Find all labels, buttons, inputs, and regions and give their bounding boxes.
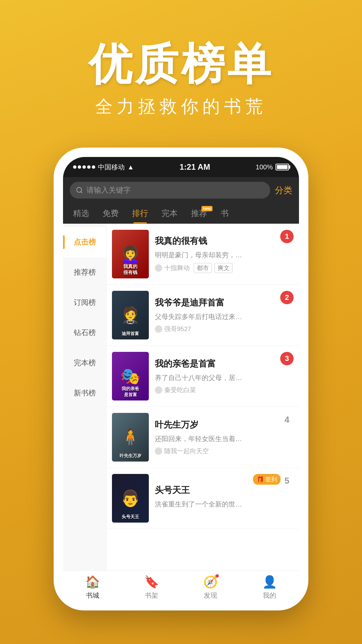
sidebar-item-diamond-rank[interactable]: 钻石榜 (63, 318, 106, 348)
tab-tuijian[interactable]: 推荐 new (184, 203, 214, 223)
signal-dot-2 (78, 165, 81, 169)
rank-badge-2: 2 (280, 291, 294, 304)
book-info-5: 头号天王 洪雀重生到了一个全新的世… (155, 484, 294, 512)
tag-dushi: 都市 (194, 263, 212, 273)
tab-shu[interactable]: 书 (214, 203, 235, 223)
sidebar-item-new-rank[interactable]: 新书榜 (63, 378, 106, 408)
book-item-2[interactable]: 🤵 迪拜首富 我爷爷是迪拜首富 父母失踪多年后打电话过来… 强哥9527 (107, 285, 299, 346)
author-avatar-4 (155, 447, 162, 455)
nav-icon-wrap-bookstore: 🏠 (85, 575, 100, 589)
cover-text-5: 头号天王 (114, 514, 147, 520)
book-info-3: 我的亲爸是首富 养了自己十八年的父母，居… 秦受吃白菜 (155, 358, 294, 394)
book-item-3[interactable]: 🎭 我的亲爸是首富 我的亲爸是首富 养了自己十八年的父母，居… 秦受吃白菜 (107, 346, 299, 407)
book-desc-3: 养了自己十八年的父母，居… (155, 373, 290, 382)
discover-dot (216, 574, 219, 578)
category-button[interactable]: 分类 (275, 184, 292, 196)
home-icon: 🏠 (85, 575, 100, 589)
battery-percentage: 100% (256, 163, 273, 171)
tag-shangwen: 爽文 (215, 263, 233, 273)
svg-point-0 (77, 187, 82, 193)
rank-badge-5: 5 (280, 474, 294, 487)
search-icon (76, 186, 83, 194)
signal-dots (73, 165, 95, 169)
tab-mianfei[interactable]: 免费 (96, 203, 125, 223)
wifi-icon: ▲ (127, 163, 134, 171)
tab-new-badge: new (201, 206, 213, 211)
search-area: 请输入关键字 分类 (63, 177, 299, 203)
sidebar-item-click-rank[interactable]: 点击榜 (63, 227, 106, 257)
battery-fill (277, 165, 288, 169)
gift-label: 签到 (265, 475, 277, 483)
sidebar-item-complete-rank[interactable]: 完本榜 (63, 348, 106, 378)
book-desc-4: 还阳回来，年轻女医生当着… (155, 434, 290, 443)
author-avatar-1 (155, 264, 162, 272)
book-cover-3: 🎭 我的亲爸是首富 (112, 352, 149, 400)
nav-item-profile[interactable]: 👤 我的 (262, 575, 277, 600)
hero-title: 优质榜单 (0, 40, 362, 88)
phone-mockup: 中国移动 ▲ 1:21 AM 100% 请输入关键字 (54, 148, 308, 610)
sidebar-item-subscribe-rank[interactable]: 订阅榜 (63, 287, 106, 318)
book-item-5[interactable]: 👨 头号天王 头号天王 洪雀重生到了一个全新的世… 🎁 签到 (107, 468, 299, 529)
sidebar: 点击榜 推荐榜 订阅榜 钻石榜 完本榜 新书榜 (63, 224, 107, 571)
rank-badge-3: 3 (280, 352, 294, 365)
sidebar-item-recommend-rank[interactable]: 推荐榜 (63, 257, 106, 287)
nav-label-bookstore: 书城 (86, 591, 99, 600)
phone-outer: 中国移动 ▲ 1:21 AM 100% 请输入关键字 (54, 148, 308, 610)
nav-item-bookshelf[interactable]: 🔖 书架 (144, 575, 159, 600)
signal-dot-1 (73, 165, 76, 169)
main-content: 点击榜 推荐榜 订阅榜 钻石榜 完本榜 新书榜 (63, 224, 299, 571)
carrier-label: 中国移动 (98, 163, 125, 172)
cover-text-1: 我真的很有钱 (114, 264, 147, 276)
status-left: 中国移动 ▲ (73, 163, 134, 172)
book-info-1: 我真的很有钱 明明是豪门，母亲却装穷，… 十指舞动 都市 爽文 (155, 235, 294, 273)
book-tags-1: 都市 爽文 (194, 263, 233, 273)
book-cover-2: 🤵 迪拜首富 (112, 291, 149, 339)
book-info-4: 叶先生万岁 还阳回来，年轻女医生当着… 随我一起向天空 (155, 419, 294, 455)
tab-bar: 精选 免费 排行 完本 推荐 new 书 (63, 203, 299, 224)
nav-icon-wrap-bookshelf: 🔖 (144, 575, 159, 589)
bottom-nav: 🏠 书城 🔖 书架 🧭 发现 (63, 571, 299, 601)
nav-label-discover: 发现 (204, 591, 217, 600)
book-item-4[interactable]: 🧍 叶先生万岁 叶先生万岁 还阳回来，年轻女医生当着… 随我一起向天空 (107, 407, 299, 468)
phone-inner: 中国移动 ▲ 1:21 AM 100% 请输入关键字 (63, 157, 299, 601)
book-cover-1: 👩‍🦱 我真的很有钱 (112, 230, 149, 278)
book-desc-2: 父母失踪多年后打电话过来… (155, 312, 290, 321)
cover-text-4: 叶先生万岁 (114, 453, 147, 459)
nav-item-bookstore[interactable]: 🏠 书城 (85, 575, 100, 600)
search-input-wrap[interactable]: 请输入关键字 (70, 182, 270, 199)
book-meta-1: 十指舞动 都市 爽文 (155, 263, 290, 273)
hero-subtitle: 全力拯救你的书荒 (0, 95, 362, 118)
book-author-3: 秦受吃白菜 (155, 386, 196, 394)
nav-icon-wrap-discover: 🧭 (203, 575, 218, 589)
rank-badge-1: 1 (280, 230, 294, 243)
nav-label-profile: 我的 (263, 591, 276, 600)
search-placeholder-text: 请输入关键字 (86, 185, 131, 195)
tab-jingxuan[interactable]: 精选 (66, 203, 96, 223)
book-title-1: 我真的很有钱 (155, 235, 290, 247)
book-cover-4: 🧍 叶先生万岁 (112, 413, 149, 462)
book-author-1: 十指舞动 (155, 264, 190, 272)
book-desc-1: 明明是豪门，母亲却装穷，… (155, 250, 290, 260)
author-avatar-3 (155, 386, 162, 394)
book-author-2: 强哥9527 (155, 325, 191, 333)
tab-paihang[interactable]: 排行 (125, 203, 155, 223)
status-bar: 中国移动 ▲ 1:21 AM 100% (63, 157, 299, 177)
book-cover-5: 👨 头号天王 (112, 474, 149, 523)
book-title-3: 我的亲爸是首富 (155, 358, 290, 370)
gift-icon: 🎁 (256, 476, 264, 483)
book-title-2: 我爷爷是迪拜首富 (155, 297, 290, 309)
nav-icon-wrap-profile: 👤 (262, 575, 277, 589)
signal-dot-4 (87, 165, 90, 169)
book-title-4: 叶先生万岁 (155, 419, 290, 431)
book-item-1[interactable]: 👩‍🦱 我真的很有钱 我真的很有钱 明明是豪门，母亲却装穷，… 十指舞动 (107, 224, 299, 285)
book-desc-5: 洪雀重生到了一个全新的世… (155, 499, 290, 509)
cover-text-2: 迪拜首富 (114, 331, 147, 337)
nav-item-discover[interactable]: 🧭 发现 (203, 575, 218, 600)
tab-wanben[interactable]: 完本 (155, 203, 184, 223)
book-title-5: 头号天王 (155, 484, 290, 496)
signal-dot-3 (82, 165, 86, 169)
author-avatar-2 (155, 325, 162, 333)
gift-badge[interactable]: 🎁 签到 (253, 474, 281, 485)
battery-icon (276, 164, 289, 170)
book-meta-2: 强哥9527 (155, 325, 290, 333)
